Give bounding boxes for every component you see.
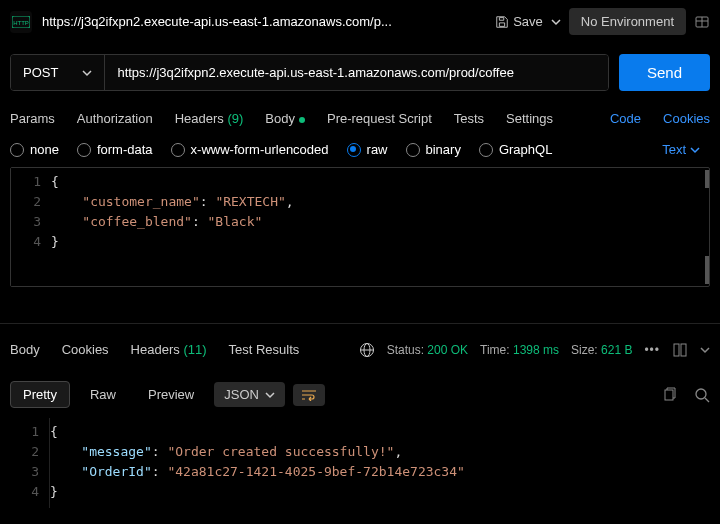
tab-tests[interactable]: Tests bbox=[454, 101, 484, 136]
body-type-xwww[interactable]: x-www-form-urlencoded bbox=[171, 142, 329, 157]
tab-body[interactable]: Body bbox=[265, 101, 305, 136]
http-method-select[interactable]: POST bbox=[11, 55, 105, 90]
response-status: Status: 200 OK Time: 1398 ms Size: 621 B… bbox=[359, 342, 710, 358]
response-section: Body Cookies Headers (11) Test Results S… bbox=[0, 323, 720, 508]
wrap-icon bbox=[301, 389, 317, 401]
save-dropdown-button[interactable] bbox=[551, 17, 561, 27]
request-url-row: POST Send bbox=[0, 44, 720, 101]
raw-type-dropdown[interactable]: Text bbox=[662, 142, 700, 157]
resp-tab-body[interactable]: Body bbox=[10, 332, 40, 367]
tab-title[interactable]: https://j3q2ifxpn2.execute-api.us-east-1… bbox=[42, 14, 485, 29]
save-button[interactable]: Save bbox=[495, 14, 543, 29]
body-type-none[interactable]: none bbox=[10, 142, 59, 157]
editor-gutter: 1234 bbox=[10, 418, 50, 508]
body-type-row: none form-data x-www-form-urlencoded raw… bbox=[0, 136, 720, 167]
tab-prerequest[interactable]: Pre-request Script bbox=[327, 101, 432, 136]
svg-text:HTTP: HTTP bbox=[13, 19, 29, 25]
chevron-down-icon bbox=[690, 145, 700, 155]
eye-icon bbox=[694, 14, 710, 30]
svg-rect-9 bbox=[681, 344, 686, 356]
request-body-editor[interactable]: 1234 { "customer_name": "REXTECH", "coff… bbox=[10, 167, 710, 287]
chevron-down-icon bbox=[265, 390, 275, 400]
http-method-icon: HTTP bbox=[10, 11, 32, 33]
chevron-down-icon bbox=[82, 68, 92, 78]
tab-settings[interactable]: Settings bbox=[506, 101, 553, 136]
environment-selector[interactable]: No Environment bbox=[569, 8, 686, 35]
body-type-binary[interactable]: binary bbox=[406, 142, 461, 157]
response-tabs: Body Cookies Headers (11) Test Results S… bbox=[0, 324, 720, 375]
view-preview-button[interactable]: Preview bbox=[136, 382, 206, 407]
cookies-link[interactable]: Cookies bbox=[663, 101, 710, 136]
wrap-lines-button[interactable] bbox=[293, 384, 325, 406]
chevron-down-icon[interactable] bbox=[700, 345, 710, 355]
view-pretty-button[interactable]: Pretty bbox=[10, 381, 70, 408]
body-type-raw[interactable]: raw bbox=[347, 142, 388, 157]
globe-icon bbox=[359, 342, 375, 358]
body-type-graphql[interactable]: GraphQL bbox=[479, 142, 552, 157]
body-type-form-data[interactable]: form-data bbox=[77, 142, 153, 157]
resp-tab-cookies[interactable]: Cookies bbox=[62, 332, 109, 367]
tab-headers[interactable]: Headers (9) bbox=[175, 101, 244, 136]
tab-params[interactable]: Params bbox=[10, 101, 55, 136]
svg-rect-8 bbox=[674, 344, 679, 356]
top-bar: HTTP https://j3q2ifxpn2.execute-api.us-e… bbox=[0, 0, 720, 44]
svg-rect-10 bbox=[665, 390, 673, 400]
response-more-button[interactable]: ••• bbox=[644, 343, 660, 357]
tab-authorization[interactable]: Authorization bbox=[77, 101, 153, 136]
save-icon bbox=[495, 15, 509, 29]
svg-line-12 bbox=[705, 398, 709, 402]
editor-gutter: 1234 bbox=[11, 168, 51, 286]
response-format-dropdown[interactable]: JSON bbox=[214, 382, 285, 407]
send-button[interactable]: Send bbox=[619, 54, 710, 91]
request-body-code[interactable]: { "customer_name": "REXTECH", "coffee_bl… bbox=[51, 168, 695, 286]
env-quicklook-button[interactable] bbox=[694, 14, 710, 30]
search-icon[interactable] bbox=[694, 387, 710, 403]
response-view-row: Pretty Raw Preview JSON bbox=[0, 375, 720, 418]
resp-tab-test-results[interactable]: Test Results bbox=[229, 332, 300, 367]
chevron-down-icon bbox=[551, 17, 561, 27]
code-link[interactable]: Code bbox=[610, 101, 641, 136]
method-url-group: POST bbox=[10, 54, 609, 91]
save-response-icon[interactable] bbox=[672, 342, 688, 358]
editor-minimap bbox=[695, 168, 709, 286]
request-url-input[interactable] bbox=[105, 55, 608, 90]
response-body-code[interactable]: { "message": "Order created successfully… bbox=[50, 418, 710, 508]
view-raw-button[interactable]: Raw bbox=[78, 382, 128, 407]
body-active-dot bbox=[299, 117, 305, 123]
request-tabs: Params Authorization Headers (9) Body Pr… bbox=[0, 101, 720, 136]
svg-point-11 bbox=[696, 389, 706, 399]
response-body-editor[interactable]: 1234 { "message": "Order created success… bbox=[10, 418, 710, 508]
copy-icon[interactable] bbox=[662, 387, 678, 403]
resp-tab-headers[interactable]: Headers (11) bbox=[131, 332, 207, 367]
